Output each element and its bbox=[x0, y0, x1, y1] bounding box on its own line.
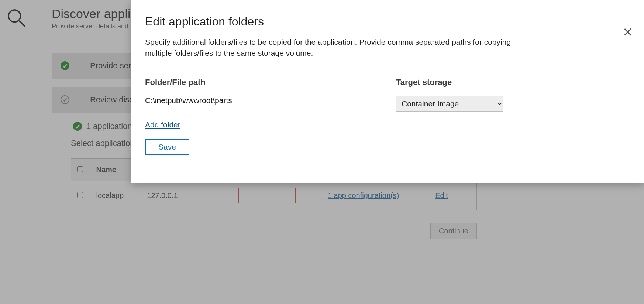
target-column-label: Target storage bbox=[396, 78, 503, 87]
path-column-label: Folder/File path bbox=[145, 78, 396, 87]
save-button[interactable]: Save bbox=[145, 139, 189, 155]
modal-description: Specify additional folders/files to be c… bbox=[145, 37, 536, 59]
target-storage-select[interactable]: Container Image bbox=[396, 96, 503, 112]
modal-title: Edit application folders bbox=[145, 15, 630, 28]
folder-path-value: C:\inetpub\wwwroot\parts bbox=[145, 96, 396, 105]
add-folder-link[interactable]: Add folder bbox=[145, 120, 180, 129]
close-icon[interactable]: ✕ bbox=[623, 26, 633, 38]
edit-folders-modal: Edit application folders ✕ Specify addit… bbox=[131, 0, 644, 183]
